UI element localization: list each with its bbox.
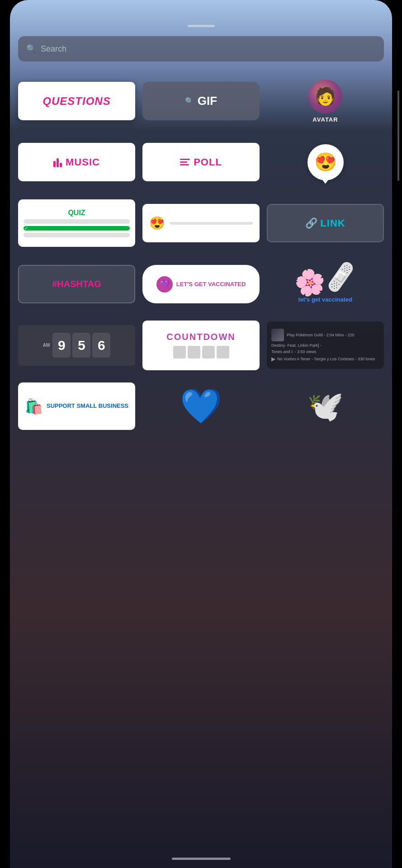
sticker-music-player[interactable]: Play Pokémon Gold - 2:04 Mins - 220 Dest… bbox=[267, 321, 384, 369]
ukraine-heart-icon: 💙 bbox=[180, 387, 222, 426]
countdown-boxes bbox=[173, 346, 229, 359]
music-player-info: Play Pokémon Gold - 2:04 Mins - 220 bbox=[287, 333, 379, 337]
sticker-support[interactable]: 🛍️ SUPPORT SMALL BUSINESS bbox=[18, 382, 135, 430]
poll-label: POLL bbox=[194, 156, 222, 168]
sticker-cell-poll[interactable]: POLL bbox=[142, 136, 260, 188]
music-player-row-2: Destiny- Feat. Linkin Park] - bbox=[271, 343, 379, 348]
music-bar-3 bbox=[60, 163, 62, 167]
sticker-music[interactable]: MUSIC bbox=[18, 143, 135, 181]
sticker-hashtag[interactable]: #HASHTAG bbox=[18, 265, 135, 303]
sticker-cell-countdown[interactable]: COUNTDOWN bbox=[142, 319, 260, 371]
countdown-box-4 bbox=[217, 346, 229, 359]
questions-label: QUESTIONS bbox=[43, 95, 110, 108]
sticker-quiz[interactable]: QUIZ ✓ bbox=[18, 199, 135, 247]
sticker-cell-music[interactable]: MUSIC bbox=[18, 136, 135, 188]
music-player-song-3: Tones and I: - 3:50 views bbox=[271, 349, 317, 354]
avatar-label: AVATAR bbox=[312, 116, 338, 123]
sticker-slider[interactable]: 😍 bbox=[142, 204, 260, 242]
sticker-cell-hashtag[interactable]: #HASHTAG bbox=[18, 258, 135, 310]
sticker-vaccinated[interactable]: 💜 LET'S GET VACCINATED bbox=[142, 265, 260, 303]
sticker-avatar[interactable]: 🧑 AVATAR bbox=[308, 80, 342, 123]
search-bar[interactable]: 🔍 Search bbox=[18, 36, 384, 61]
music-player-row-1: Play Pokémon Gold - 2:04 Mins - 220 bbox=[271, 329, 379, 341]
sticker-ukraine-heart[interactable]: 💙 bbox=[142, 382, 260, 430]
slider-track[interactable] bbox=[170, 222, 253, 225]
gif-label: GIF bbox=[198, 94, 217, 108]
link-label: LINK bbox=[320, 217, 345, 229]
music-player-song-1: Play Pokémon Gold - 2:04 Mins - 220 bbox=[287, 333, 379, 337]
sticker-cell-vacc-flower[interactable]: 🌸🩹 let's get vaccinated bbox=[267, 258, 384, 310]
clock-digit-minute: 5 bbox=[72, 333, 90, 358]
sticker-poll[interactable]: POLL bbox=[142, 143, 260, 181]
countdown-box-3 bbox=[202, 346, 215, 359]
phone-screen: 🔍 Search QUESTIONS 🔍 GIF bbox=[0, 0, 402, 868]
clock-am-label: AM bbox=[43, 343, 50, 348]
sticker-cell-support[interactable]: 🛍️ SUPPORT SMALL BUSINESS bbox=[18, 380, 135, 432]
bottom-indicator bbox=[172, 858, 231, 860]
clock-digit-hour: 9 bbox=[52, 333, 71, 358]
heart-lock-icon: 💜 bbox=[160, 279, 170, 289]
scrollbar-hint bbox=[397, 90, 399, 181]
quiz-empty-bar-2 bbox=[24, 233, 130, 237]
play-icon: ▶ bbox=[271, 356, 275, 362]
music-player-row-3: Tones and I: - 3:50 views bbox=[271, 349, 379, 354]
dove-peace-icon: 🕊️ bbox=[307, 389, 344, 424]
avatar-circle: 🧑 bbox=[308, 80, 342, 113]
quiz-empty-bar bbox=[24, 219, 130, 224]
sticker-cell-emoji-chat[interactable]: 😍 bbox=[267, 136, 384, 188]
clock-digit-second: 6 bbox=[92, 333, 110, 358]
sticker-countdown[interactable]: COUNTDOWN bbox=[142, 321, 260, 370]
music-player-thumbnail bbox=[271, 329, 284, 341]
emoji-chat-icon: 😍 bbox=[314, 151, 337, 173]
music-player-song-2: Destiny- Feat. Linkin Park] - bbox=[271, 343, 322, 348]
poll-line-1 bbox=[180, 159, 190, 160]
countdown-box-2 bbox=[188, 346, 200, 359]
music-player-song-4: No Vuelvo A Tener - Sergio y Los Cortese… bbox=[277, 357, 375, 361]
vaccinated-icon: 💜 bbox=[156, 276, 173, 292]
avatar-emoji: 🧑 bbox=[315, 88, 336, 105]
music-player-controls: ▶ No Vuelvo A Tener - Sergio y Los Corte… bbox=[271, 356, 379, 362]
link-chain-icon: 🔗 bbox=[305, 217, 317, 229]
music-label: MUSIC bbox=[66, 156, 100, 168]
search-icon: 🔍 bbox=[26, 44, 36, 54]
music-bars bbox=[53, 157, 62, 167]
search-placeholder: Search bbox=[41, 44, 66, 54]
sticker-cell-questions[interactable]: QUESTIONS bbox=[18, 75, 135, 127]
sticker-vacc-flower[interactable]: 🌸🩹 let's get vaccinated bbox=[294, 265, 357, 303]
vaccinated-label: LET'S GET VACCINATED bbox=[176, 281, 246, 288]
sticker-gif[interactable]: 🔍 GIF bbox=[142, 82, 260, 120]
quiz-check-icon: ✓ bbox=[24, 226, 28, 231]
sticker-cell-quiz[interactable]: QUIZ ✓ bbox=[18, 197, 135, 249]
sticker-cell-avatar[interactable]: 🧑 AVATAR bbox=[267, 75, 384, 127]
quiz-fill-bar: ✓ bbox=[24, 226, 130, 231]
sticker-dove[interactable]: 🕊️ bbox=[267, 382, 384, 430]
music-bar-2 bbox=[57, 158, 59, 167]
sticker-cell-dove[interactable]: 🕊️ bbox=[267, 380, 384, 432]
poll-line-3 bbox=[180, 164, 189, 165]
sticker-cell-music-player[interactable]: Play Pokémon Gold - 2:04 Mins - 220 Dest… bbox=[267, 319, 384, 371]
slider-emoji: 😍 bbox=[149, 216, 165, 231]
music-bar-1 bbox=[53, 161, 56, 167]
countdown-box-1 bbox=[173, 346, 186, 359]
sticker-cell-ukraine-heart[interactable]: 💙 bbox=[142, 380, 260, 432]
sticker-link[interactable]: 🔗 LINK bbox=[267, 204, 384, 242]
sticker-cell-link[interactable]: 🔗 LINK bbox=[267, 197, 384, 249]
poll-lines bbox=[180, 159, 190, 165]
hashtag-label: #HASHTAG bbox=[52, 279, 101, 289]
shopping-bag-icon: 🛍️ bbox=[25, 398, 43, 415]
poll-line-2 bbox=[180, 161, 187, 163]
sticker-clock[interactable]: AM 9 5 6 bbox=[18, 325, 135, 366]
countdown-label: COUNTDOWN bbox=[166, 332, 235, 342]
content-area: 🔍 Search QUESTIONS 🔍 GIF bbox=[10, 36, 392, 868]
sticker-cell-vaccinated[interactable]: 💜 LET'S GET VACCINATED bbox=[142, 258, 260, 310]
sticker-emoji-chat[interactable]: 😍 bbox=[307, 144, 344, 180]
sticker-cell-clock[interactable]: AM 9 5 6 bbox=[18, 319, 135, 371]
support-label: SUPPORT SMALL BUSINESS bbox=[47, 402, 128, 410]
sticker-grid: QUESTIONS 🔍 GIF 🧑 AVATAR bbox=[18, 75, 384, 432]
drag-handle[interactable] bbox=[188, 25, 215, 27]
search-icon-gif: 🔍 bbox=[185, 97, 194, 105]
sticker-cell-slider[interactable]: 😍 bbox=[142, 197, 260, 249]
flower-bandage-icon: 🌸🩹 bbox=[292, 260, 359, 300]
sticker-cell-gif[interactable]: 🔍 GIF bbox=[142, 75, 260, 127]
sticker-questions[interactable]: QUESTIONS bbox=[18, 82, 135, 120]
